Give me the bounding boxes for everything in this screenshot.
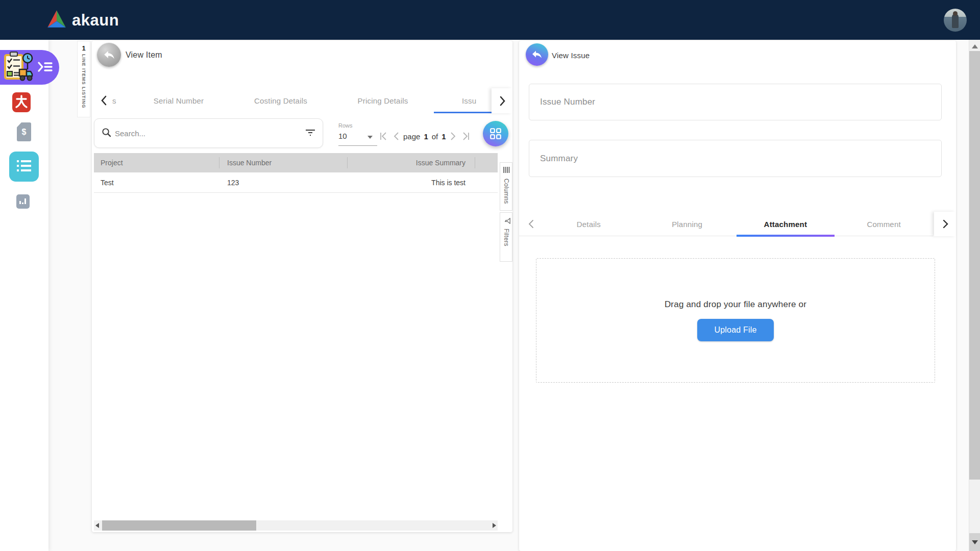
vertical-scrollbar[interactable] — [969, 40, 980, 551]
tabs-scroll-right-icon[interactable] — [492, 88, 512, 113]
sidebar-item-listing-app-active[interactable] — [9, 152, 39, 182]
panel-title: View Item — [126, 51, 162, 60]
list-toolbar: Rows 10 page 1 of 1 — [92, 117, 512, 150]
issue-number-field[interactable]: Issue Number — [529, 84, 942, 120]
sidebar-item-red-app[interactable] — [12, 92, 31, 112]
avatar-head — [953, 11, 958, 16]
clipboard-truck-icon — [3, 51, 35, 86]
scroll-up-arrow-icon[interactable] — [972, 44, 978, 48]
search-box — [94, 118, 323, 148]
column-header-project[interactable]: Project — [94, 153, 219, 172]
tab-partial[interactable]: s — [107, 88, 128, 113]
columns-bars-icon — [503, 166, 510, 176]
chevron-down-icon — [368, 136, 373, 139]
brand-name: akaun — [72, 11, 119, 30]
dropzone-text: Drag and drop your file anywhere or — [665, 299, 806, 310]
tabs-scroll-left-icon[interactable] — [527, 219, 534, 231]
view-item-panel: View Item s Serial Number Costing Detail… — [92, 41, 512, 532]
upload-file-button[interactable]: Upload File — [697, 319, 774, 341]
view-issue-panel: View Issue Issue Number Summary Details … — [519, 41, 956, 551]
rows-per-page-select[interactable]: Rows 10 — [338, 122, 377, 148]
filter-list-icon[interactable] — [305, 128, 315, 139]
total-pages: 1 — [442, 132, 446, 141]
reply-arrow-icon — [531, 48, 543, 61]
cell-issue-summary: This is test — [347, 172, 475, 192]
column-divider — [347, 157, 348, 168]
tab-comment[interactable]: Comment — [835, 212, 933, 236]
sidebar-item-sim-app[interactable]: $ — [17, 122, 31, 141]
tabs-scroll-area: Details Planning Attachment Comment — [540, 212, 933, 236]
scroll-down-arrow-icon — [972, 540, 978, 544]
issue-tabbar: Details Planning Attachment Comment — [519, 212, 933, 236]
columns-side-button[interactable]: Columns — [500, 162, 512, 211]
search-input[interactable] — [115, 129, 305, 138]
scroll-right-arrow-icon[interactable] — [493, 523, 496, 528]
summary-label: Summary — [540, 154, 578, 164]
back-button[interactable] — [526, 43, 548, 66]
table-row[interactable]: Test 123 This is test — [94, 172, 498, 193]
panel-title: View Issue — [552, 51, 590, 60]
back-button[interactable] — [97, 43, 121, 67]
application-window: akaun — [0, 0, 980, 551]
grid-icon — [489, 127, 502, 140]
dollar-sim-icon: $ — [22, 128, 27, 137]
filters-label: Filters — [503, 229, 510, 246]
avatar-figure — [952, 14, 959, 28]
current-page: 1 — [424, 132, 428, 141]
of-word: of — [432, 132, 438, 141]
sidebar-item-reports-app[interactable] — [16, 194, 30, 209]
cell-issue-number: 123 — [219, 172, 347, 192]
issue-number-label: Issue Number — [540, 97, 595, 107]
column-header-issue-summary[interactable]: Issue Summary — [347, 153, 475, 172]
grid-view-button[interactable] — [483, 121, 508, 146]
tabs-scroll-right-icon[interactable] — [934, 212, 956, 236]
horizontal-scrollbar[interactable] — [94, 520, 498, 531]
line-items-label: LINE ITEMS LISTING — [81, 54, 86, 109]
tab-pricing-details[interactable]: Pricing Details — [332, 88, 434, 113]
tab-attachment[interactable]: Attachment — [737, 212, 835, 236]
next-page-icon[interactable] — [450, 132, 457, 141]
app-sidebar — [0, 40, 48, 551]
filter-funnel-icon — [502, 217, 511, 224]
summary-field[interactable]: Summary — [529, 140, 942, 177]
expand-menu-icon — [37, 60, 53, 76]
page-word: page — [403, 132, 420, 141]
brand-logo[interactable]: akaun — [46, 9, 119, 32]
column-divider — [475, 157, 475, 168]
tab-issues[interactable]: Issu — [434, 88, 492, 113]
cell-project: Test — [94, 172, 219, 192]
line-items-count: 1 — [82, 44, 85, 52]
file-dropzone[interactable]: Drag and drop your file anywhere or Uplo… — [536, 258, 935, 383]
tab-planning[interactable]: Planning — [638, 212, 737, 236]
tab-costing-details[interactable]: Costing Details — [230, 88, 332, 113]
last-page-icon[interactable] — [460, 132, 471, 141]
scroll-left-arrow-icon[interactable] — [95, 523, 99, 528]
line-items-listing-tab[interactable]: 1 LINE ITEMS LISTING — [77, 41, 90, 117]
column-header-issue-number[interactable]: Issue Number — [219, 153, 347, 172]
scroll-down-button[interactable] — [969, 533, 980, 551]
vertical-scroll-thumb[interactable] — [969, 51, 980, 480]
brand-triangle-icon — [46, 9, 67, 32]
sidebar-item-line-items-active[interactable] — [0, 50, 59, 85]
user-avatar[interactable] — [944, 9, 967, 32]
top-navbar: akaun — [0, 0, 980, 40]
pagination: page 1 of 1 — [379, 132, 471, 141]
rows-label: Rows — [338, 122, 377, 129]
table-header-row: Project Issue Number Issue Summary — [94, 153, 498, 172]
tabs-scroll-area: s Serial Number Costing Details Pricing … — [107, 88, 492, 113]
issues-table: Project Issue Number Issue Summary Test … — [94, 153, 498, 193]
horizontal-scroll-thumb[interactable] — [102, 520, 256, 531]
bar-chart-icon — [19, 196, 27, 207]
search-icon — [102, 128, 111, 139]
filters-side-button[interactable]: Filters — [500, 212, 512, 262]
column-divider — [219, 157, 219, 168]
list-icon — [16, 159, 32, 174]
tab-serial-number[interactable]: Serial Number — [128, 88, 230, 113]
previous-page-icon[interactable] — [393, 132, 400, 141]
columns-label: Columns — [503, 179, 510, 204]
dai-character-icon — [15, 94, 28, 111]
first-page-icon[interactable] — [379, 132, 389, 141]
rows-underline — [338, 145, 377, 146]
tab-details[interactable]: Details — [540, 212, 638, 236]
item-tabbar: s Serial Number Costing Details Pricing … — [92, 88, 512, 113]
